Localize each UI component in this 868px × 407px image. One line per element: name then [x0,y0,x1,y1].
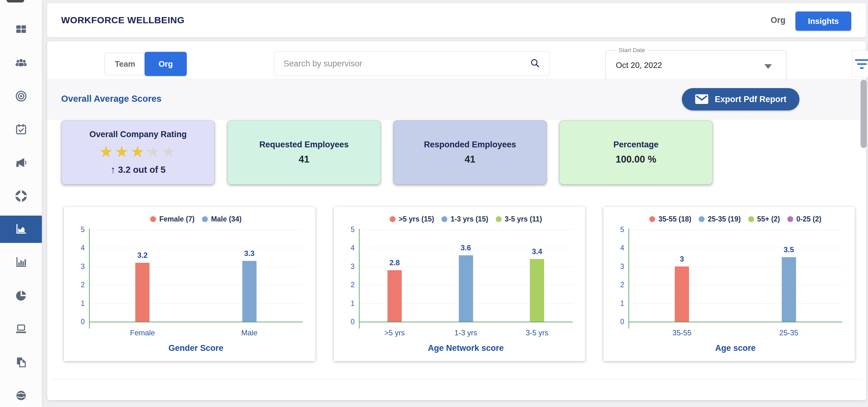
y-axis-tick-label: 4 [611,244,624,252]
legend-label: 25-35 (19) [708,215,741,223]
bar-value-label: 3.2 [124,251,161,260]
stat-card-responded-employees: Responded Employees41 [393,120,547,185]
legend-label: 55+ (2) [757,215,780,223]
x-axis-category-label: Male [221,328,277,337]
search-input[interactable] [283,52,523,76]
stat-card-value: 41 [299,154,309,165]
legend-item[interactable]: 35-55 (18) [649,215,691,223]
gridline [628,267,842,267]
y-axis-tick-label: 5 [341,225,354,234]
legend-label: 3-5 yrs (11) [505,215,542,223]
x-axis-category-label: 1-3 yrs [438,328,494,337]
legend-item[interactable]: 3-5 yrs (11) [496,215,542,223]
bar-value-label: 3.6 [447,244,485,252]
y-axis-tick-label: 2 [71,281,85,289]
area-chart-icon [15,223,27,236]
filter-button[interactable] [852,51,868,77]
bar-25-35 [782,257,796,322]
x-axis-category-label: 25-35 [761,328,817,337]
y-axis-tick-label: 3 [341,262,354,271]
y-axis-tick-label: 1 [611,300,624,308]
legend-dot-icon [787,216,793,222]
sidebar-item-globe[interactable] [0,382,42,407]
team-toggle-button[interactable]: Team [105,53,145,75]
y-axis-tick-label: 2 [611,281,624,289]
gridline [89,229,303,230]
globe-icon [15,389,27,402]
legend-item[interactable]: 55+ (2) [748,215,780,223]
team-org-toggle: Team Org [104,53,186,75]
y-axis-tick-label: 3 [71,262,85,271]
gridline [89,285,303,285]
rating-text: ↑3.2 out of 5 [111,164,165,176]
header-org-link[interactable]: Org [771,15,785,25]
vertical-scrollbar[interactable] [861,80,867,148]
envelope-icon [695,94,709,104]
y-axis-tick-label: 5 [71,225,85,234]
header-insights-button[interactable]: Insights [796,11,851,31]
gridline [89,248,303,248]
legend-item[interactable]: 1-3 yrs (15) [441,215,488,223]
sidebar-item-megaphone[interactable] [0,149,42,176]
y-axis-tick-label: 4 [71,244,85,252]
bar-female [135,263,150,322]
legend-item[interactable]: 0-25 (2) [787,215,822,223]
y-axis-tick-label: 4 [341,244,354,252]
gridline [628,285,842,285]
chart-title: Age score [658,343,813,353]
sidebar-item-life-ring[interactable] [0,182,42,210]
x-axis-category-label: Female [115,328,170,337]
chevron-down-icon [765,64,772,69]
search-icon[interactable] [530,58,541,69]
bar-value-label: 3.5 [770,245,807,254]
x-axis [89,322,303,322]
sidebar-item-target[interactable] [0,83,42,110]
gridline [628,248,842,248]
bar-value-label: 2.8 [376,258,413,267]
bar--5-yrs [388,270,402,322]
sidebar-item-users[interactable] [0,49,42,76]
legend-item[interactable]: Female (7) [150,215,194,223]
bar-3-5-yrs [530,259,544,322]
sidebar-item-area-chart[interactable] [0,216,42,243]
page-title: WORKFORCE WELLBEING [61,15,185,26]
chart-card-age-network-score: >5 yrs (15)1-3 yrs (15)3-5 yrs (11)01234… [334,207,585,361]
legend-item[interactable]: Male (34) [202,215,241,223]
x-axis-category-label: >5 yrs [367,328,423,337]
gridline [628,229,842,230]
legend-item[interactable]: 25-35 (19) [699,215,741,223]
gridline [89,267,303,267]
sidebar-item-pie-chart[interactable] [0,282,42,309]
legend-dot-icon [441,216,447,222]
start-date-field[interactable]: Start Date Oct 20, 2022 [606,47,786,81]
legend-item[interactable]: >5 yrs (15) [390,215,434,223]
legend-dot-icon [748,216,754,222]
chart-title: Gender Score [119,343,274,353]
main-panel: Insights Team Org Start Date Oct 20, 202… [47,41,866,400]
legend-label: Male (34) [211,215,241,223]
overall-average-scores-band: Overall Average Scores Export Pdf Report [47,79,866,120]
browser-notch [6,0,24,2]
dashboard-grid-icon [15,23,27,36]
users-icon [15,57,27,69]
sidebar-item-dashboard-grid[interactable] [0,16,42,43]
legend-dot-icon [496,216,502,222]
org-toggle-button[interactable]: Org [145,52,187,76]
sidebar-item-laptop[interactable] [0,315,42,343]
legend-label: >5 yrs (15) [399,215,434,223]
y-axis [89,229,90,328]
bar-value-label: 3 [663,255,701,263]
top-header-bar: WORKFORCE WELLBEING Org Insights [47,3,866,37]
y-axis [628,229,629,328]
chart-title: Age Network score [389,343,544,353]
bar-value-label: 3.3 [231,249,268,258]
y-axis-tick-label: 1 [71,300,85,308]
sidebar-item-bar-chart[interactable] [0,249,42,276]
sidebar-item-calendar-check[interactable] [0,116,42,143]
legend-dot-icon [150,216,156,222]
sidebar-item-copy[interactable] [0,349,42,376]
stat-card-value: 41 [465,154,475,165]
x-axis [359,322,573,322]
export-pdf-report-button[interactable]: Export Pdf Report [682,88,800,111]
bar-1-3-yrs [459,255,473,322]
